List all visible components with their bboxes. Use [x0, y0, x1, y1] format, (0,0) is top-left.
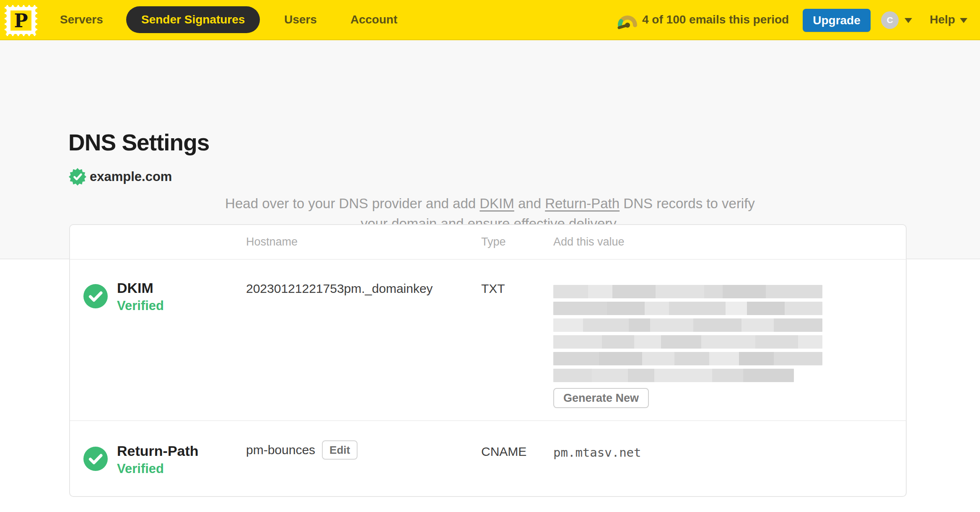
nav-item-servers[interactable]: Servers [60, 0, 103, 39]
record-type: CNAME [481, 445, 526, 459]
usage-gauge-icon [617, 11, 638, 30]
postmark-logo[interactable]: P [4, 5, 38, 36]
hostname-cell: pm-bounces Edit [246, 440, 358, 460]
edit-hostname-button[interactable]: Edit [322, 440, 358, 460]
dns-value: pm.mtasv.net [553, 445, 641, 460]
usage-counter: 4 of 100 emails this period [642, 0, 789, 39]
redacted-value-line [553, 318, 822, 332]
column-header-value: Add this value [553, 225, 625, 259]
verified-seal-icon [69, 168, 86, 186]
nav-item-users[interactable]: Users [284, 0, 317, 39]
table-row-return-path: Return-Path Verified pm-bounces Edit CNA… [70, 421, 906, 496]
dkim-link[interactable]: DKIM [480, 196, 514, 211]
avatar: C [881, 11, 899, 29]
dns-records-card: Hostname Type Add this value DKIM Verifi… [69, 224, 907, 497]
page-title: DNS Settings [68, 129, 209, 156]
record-name: Return-Path [117, 443, 199, 459]
help-label: Help [930, 0, 955, 39]
dns-settings-page: P Servers Sender Signatures Users Accoun… [0, 0, 980, 512]
redacted-value-line [553, 285, 822, 298]
table-row-dkim: DKIM Verified 20230121221753pm._domainke… [70, 260, 906, 421]
domain-name: example.com [90, 168, 172, 186]
lead-middle: and [514, 196, 545, 211]
hostname-value: 20230121221753pm._domainkey [246, 282, 433, 296]
table-header: Hostname Type Add this value [70, 225, 906, 260]
column-header-type: Type [481, 225, 506, 259]
return-path-link[interactable]: Return-Path [545, 196, 620, 211]
record-type: TXT [481, 282, 505, 296]
redacted-value-line [553, 335, 822, 349]
column-header-hostname: Hostname [246, 225, 298, 259]
lead-before: Head over to your DNS provider and add [225, 196, 480, 211]
verified-check-icon [83, 284, 108, 308]
redacted-value-line [553, 369, 794, 382]
hostname-value: pm-bounces [246, 443, 315, 457]
top-navbar: P Servers Sender Signatures Users Accoun… [0, 0, 980, 40]
chevron-down-icon [960, 18, 967, 23]
help-menu[interactable]: Help [930, 0, 955, 39]
logo-letter: P [14, 10, 28, 31]
redacted-dns-value [553, 285, 822, 385]
chevron-down-icon [905, 18, 912, 23]
nav-item-sender-signatures-active[interactable]: Sender Signatures [126, 6, 260, 33]
status-badge: Verified [117, 461, 164, 476]
generate-new-button[interactable]: Generate New [553, 388, 649, 408]
nav-item-account[interactable]: Account [350, 0, 397, 39]
status-badge: Verified [117, 298, 164, 313]
verified-check-icon [83, 447, 108, 471]
redacted-value-line [553, 352, 822, 365]
upgrade-button[interactable]: Upgrade [803, 9, 871, 32]
record-name: DKIM [117, 280, 153, 296]
redacted-value-line [553, 302, 822, 315]
